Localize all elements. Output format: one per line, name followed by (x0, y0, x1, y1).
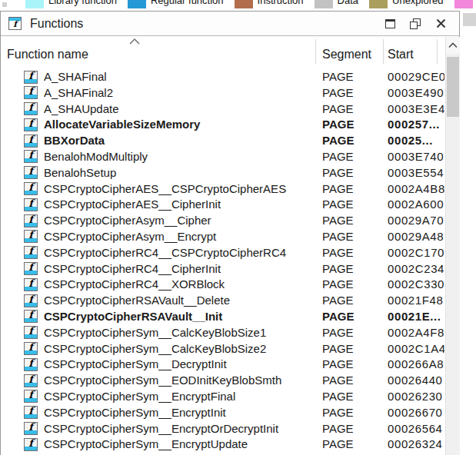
functions-window: f Functions (0, 11, 460, 455)
legend-item (454, 0, 476, 8)
function-name: CSPCryptoCipherSym__EncryptOrDecryptInit (44, 421, 442, 437)
function-name: BBXorData (44, 133, 442, 149)
function-icon-stripe (25, 174, 37, 178)
start-address: 0003E554 (388, 165, 444, 181)
segment-value: PAGE (322, 293, 354, 309)
start-address: 00026670 (388, 405, 444, 421)
function-name: CSPCryptoCipherRC4__CipherInit (44, 261, 442, 277)
function-name: A_SHAFinal (44, 69, 442, 85)
maximize-icon (385, 19, 395, 28)
function-name: A_SHAFinal2 (44, 85, 442, 101)
function-icon-stripe (25, 414, 37, 418)
start-address: 000266A8 (388, 357, 444, 373)
function-row[interactable]: f CSPCryptoCipherSym__EODInitKeyBlobSmth… (1, 373, 459, 389)
function-row[interactable]: f A_SHAUpdate PAGE 0003E3E4 (1, 101, 459, 118)
function-row[interactable]: f CSPCryptoCipherSym__DecryptInit PAGE 0… (1, 357, 459, 373)
function-row[interactable]: f CSPCryptoCipherSym__EncryptFinal PAGE … (1, 389, 459, 405)
function-row[interactable]: f BenalohModMultiply PAGE 0003E740 (1, 149, 459, 165)
legend-color-chip (235, 0, 253, 8)
start-address: 00026324 (388, 437, 444, 453)
function-row[interactable]: f CSPCryptoCipherRC4__CSPCryptoCipherRC4… (1, 245, 459, 261)
function-row[interactable]: f CSPCryptoCipherSym__EncryptOrDecryptIn… (1, 421, 459, 437)
function-row[interactable]: f BBXorData PAGE 00025... (1, 133, 459, 149)
function-icon-stripe (25, 111, 37, 115)
start-address: 00025... (388, 133, 444, 149)
function-icon-stripe (25, 318, 37, 322)
function-name: CSPCryptoCipherRC4__XORBlock (44, 277, 442, 293)
function-icon: f (24, 294, 38, 307)
function-icon: f (24, 166, 38, 179)
function-name: CSPCryptoCipherRSAVault__Delete (44, 293, 442, 309)
function-name: CSPCryptoCipherAsym__Cipher (44, 213, 442, 229)
color-legend: Library function Regular function Instru… (0, 0, 476, 10)
restore-button[interactable] (408, 16, 423, 32)
function-name: CSPCryptoCipherSym__CalcKeyBlobSize2 (44, 341, 442, 357)
legend-item: Instruction (235, 0, 304, 8)
function-icon-stripe (25, 430, 37, 434)
function-icon-stripe (25, 238, 37, 242)
legend-color-chip (369, 0, 388, 8)
function-row[interactable]: f CSPCryptoCipherAES__CSPCryptoCipherAES… (1, 181, 459, 198)
scrollbar-thumb[interactable] (447, 57, 459, 117)
start-address: 0003E490 (388, 85, 444, 101)
function-icon: f (24, 310, 38, 323)
function-row[interactable]: f CSPCryptoCipherRC4__XORBlock PAGE 0002… (1, 277, 459, 293)
function-row[interactable]: f BenalohSetup PAGE 0003E554 (1, 165, 459, 181)
column-header-segment[interactable]: Segment (322, 48, 371, 61)
function-icon-stripe (25, 271, 37, 274)
start-address: 0002A4F8 (388, 325, 444, 341)
close-icon (435, 18, 447, 29)
legend-edge-fragment (2, 2, 7, 7)
function-icon-stripe (25, 158, 37, 162)
maximize-button[interactable] (382, 16, 398, 32)
segment-value: PAGE (322, 357, 354, 373)
function-row[interactable]: f CSPCryptoCipherRC4__CipherInit PAGE 00… (1, 261, 459, 277)
column-header-start[interactable]: Start (388, 48, 414, 61)
function-icon: f (24, 406, 38, 419)
function-row[interactable]: f CSPCryptoCipherRSAVault__Init PAGE 000… (1, 309, 459, 325)
column-separator[interactable] (437, 39, 438, 64)
function-icon: f (24, 438, 38, 451)
function-row[interactable]: f CSPCryptoCipherSym__CalcKeyBlobSize2 P… (1, 341, 459, 357)
segment-value: PAGE (322, 421, 354, 437)
segment-value: PAGE (322, 389, 354, 405)
function-icon: f (24, 326, 38, 339)
column-header-function-name[interactable]: Function name (7, 48, 88, 61)
column-separator[interactable] (315, 39, 316, 64)
start-address: 0003E740 (388, 149, 444, 165)
start-address: 00026440 (388, 373, 444, 389)
function-row[interactable]: f CSPCryptoCipherSym__CalcKeyBlobSize1 P… (1, 325, 459, 341)
function-row[interactable]: f CSPCryptoCipherAsym__Cipher PAGE 00029… (1, 213, 459, 229)
segment-value: PAGE (322, 133, 354, 149)
function-icon-stripe (25, 95, 37, 98)
function-row[interactable]: f AllocateVariableSizeMemory PAGE 000257… (1, 117, 459, 133)
legend-color-chip (25, 0, 44, 8)
segment-value: PAGE (322, 277, 354, 293)
segment-value: PAGE (322, 245, 354, 261)
segment-value: PAGE (322, 69, 354, 85)
function-row[interactable]: f CSPCryptoCipherRSAVault__Delete PAGE 0… (1, 293, 459, 309)
window-title: Functions (30, 17, 83, 31)
function-icon: f (24, 262, 38, 275)
function-name: CSPCryptoCipherAES__CipherInit (44, 197, 442, 213)
function-row[interactable]: f A_SHAFinal2 PAGE 0003E490 (1, 85, 459, 101)
column-separator[interactable] (383, 39, 384, 64)
function-icon: f (24, 230, 38, 243)
scroll-up-button[interactable] (446, 37, 460, 54)
vertical-scrollbar[interactable] (445, 37, 460, 455)
start-address: 0002C1A4 (388, 341, 444, 357)
function-row[interactable]: f CSPCryptoCipherSym__EncryptUpdate PAGE… (1, 437, 459, 453)
function-row[interactable]: f CSPCryptoCipherSym__EncryptInit PAGE 0… (1, 405, 459, 421)
function-row[interactable]: f CSPCryptoCipherAES__CipherInit PAGE 00… (1, 197, 459, 213)
segment-value: PAGE (322, 181, 354, 198)
function-row[interactable]: f A_SHAFinal PAGE 00029CE0 (1, 69, 459, 85)
segment-value: PAGE (322, 373, 354, 389)
function-icon: f (24, 422, 38, 435)
function-icon: f (24, 71, 38, 84)
function-row[interactable]: f CSPCryptoCipherAsym__Encrypt PAGE 0002… (1, 229, 459, 245)
close-button[interactable] (433, 16, 448, 32)
function-name: CSPCryptoCipherSym__EODInitKeyBlobSmth (44, 373, 442, 389)
window-titlebar[interactable]: f Functions (1, 12, 459, 36)
legend-item-label: Library function (48, 0, 117, 7)
function-icon: f (24, 278, 38, 291)
